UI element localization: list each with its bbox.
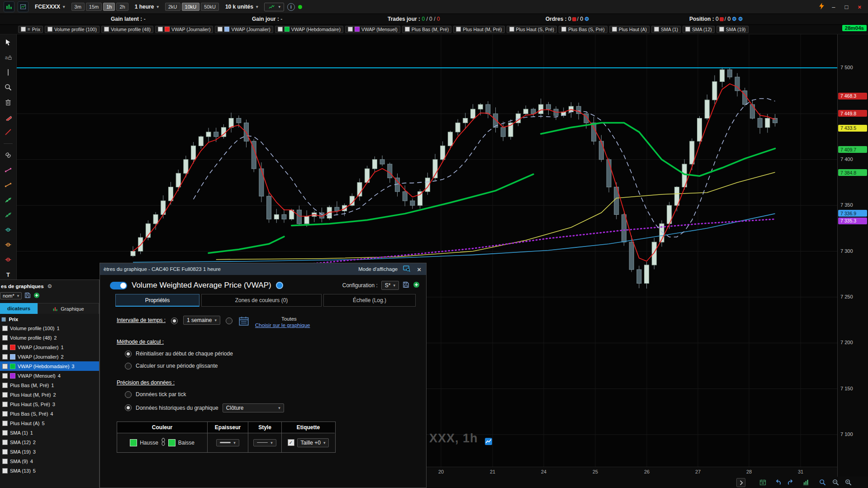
chip-checkbox[interactable] <box>654 27 659 32</box>
item-checkbox[interactable] <box>2 440 8 445</box>
interval-custom-radio[interactable] <box>226 317 232 324</box>
minimize-button[interactable]: – <box>829 4 838 10</box>
chip-checkbox[interactable] <box>685 27 690 32</box>
indicator-chip[interactable]: SMA (1) <box>651 26 681 33</box>
ray-tool-green[interactable] <box>4 211 12 218</box>
segment-tool-orange[interactable] <box>4 181 12 189</box>
link-colors-icon[interactable] <box>161 437 166 448</box>
info-icon[interactable]: i <box>287 3 295 11</box>
list-item[interactable]: SMA (13)5 <box>0 466 99 475</box>
quantity-button-2kU[interactable]: 2kU <box>165 3 180 11</box>
item-checkbox[interactable] <box>2 421 8 426</box>
precision-tick-radio[interactable] <box>125 391 132 398</box>
indicator-chip[interactable]: VWAP (Mensuel) <box>345 26 400 33</box>
indicator-chip[interactable]: Plus Haut (M, Pré) <box>453 26 504 33</box>
price-source-select[interactable]: Clôture▾ <box>223 403 284 412</box>
dialog-close-icon[interactable]: × <box>416 265 422 273</box>
interval-select[interactable]: 1 semaine▾ <box>183 316 220 325</box>
chip-checkbox[interactable] <box>21 27 26 32</box>
quantity-button-50kU[interactable]: 50kU <box>201 3 219 11</box>
auto-scale-button[interactable] <box>802 478 810 486</box>
indicator-chip[interactable]: Plus Bas (M, Pré) <box>402 26 451 33</box>
indicator-info-dot-icon[interactable] <box>276 282 283 289</box>
chip-checkbox[interactable] <box>561 27 566 32</box>
indicator-chip[interactable]: VWAP (Journalier) <box>155 26 213 33</box>
chip-checkbox[interactable] <box>612 27 617 32</box>
tab-indicateurs[interactable]: dicateurs <box>0 303 38 314</box>
list-item[interactable]: SMA (12)2 <box>0 437 99 447</box>
list-item[interactable]: VWAP (Journalier)1 <box>0 342 99 352</box>
indicator-chip[interactable]: ≡Prix <box>18 26 43 33</box>
timeframe-button-15m[interactable]: 15m <box>86 3 102 11</box>
chip-checkbox[interactable] <box>47 27 52 32</box>
quantity-select[interactable]: 10 k unités▾ <box>222 3 261 11</box>
hotkey-bolt-icon[interactable] <box>818 2 825 12</box>
link-tool[interactable] <box>4 152 12 159</box>
chip-checkbox[interactable] <box>158 27 163 32</box>
item-checkbox[interactable] <box>2 468 8 474</box>
list-item[interactable]: Plus Haut (A)5 <box>0 418 99 428</box>
method-reset-radio[interactable] <box>125 351 132 357</box>
item-checkbox[interactable] <box>2 354 8 360</box>
cursor-tool[interactable] <box>4 39 12 46</box>
template-name-select[interactable]: nom*▾ <box>0 292 22 299</box>
indicator-chip[interactable]: Volume profile (100) <box>45 26 100 33</box>
item-checkbox[interactable] <box>2 402 8 407</box>
item-checkbox[interactable] <box>2 449 8 455</box>
chart-style-select[interactable]: ▾ <box>264 3 284 11</box>
text-tool[interactable]: T <box>4 271 12 278</box>
tab-proprietes[interactable]: Propriétés <box>115 294 199 307</box>
orders-settings-gear-icon[interactable]: ⚙ <box>584 16 589 22</box>
chip-checkbox[interactable] <box>104 27 109 32</box>
list-item[interactable]: VWAP (Hebdomadaire)3 <box>0 361 99 371</box>
circle-line-tool-teal[interactable] <box>4 226 12 233</box>
list-item[interactable]: VWAP (Mensuel)4 <box>0 371 99 380</box>
calendar-icon[interactable] <box>238 316 250 328</box>
item-checkbox[interactable] <box>2 411 8 417</box>
down-color-swatch[interactable] <box>168 439 175 446</box>
undo-button[interactable] <box>774 478 782 486</box>
calendar-button[interactable] <box>759 478 767 486</box>
item-checkbox[interactable] <box>2 459 8 464</box>
interval-preset-radio[interactable] <box>171 317 178 324</box>
vertical-line-tool[interactable] <box>4 69 12 76</box>
chip-checkbox[interactable] <box>719 27 724 32</box>
label-size-select[interactable]: Taille +0▾ <box>297 438 329 447</box>
redo-button[interactable] <box>786 478 794 486</box>
close-button[interactable]: × <box>854 4 864 10</box>
timeframe-button-2h[interactable]: 2h <box>116 3 128 11</box>
price-axis[interactable]: 7 5007 4007 3507 3007 2507 2007 1507 100… <box>837 34 868 488</box>
item-checkbox[interactable] <box>2 392 8 398</box>
precision-historic-radio[interactable] <box>125 404 132 411</box>
quantity-button-10kU[interactable]: 10kU <box>182 3 200 11</box>
tab-zones-de-couleurs[interactable]: Zones de couleurs (0) <box>201 294 322 307</box>
list-item[interactable]: Plus Bas (M, Pré)1 <box>0 380 99 390</box>
indicator-chip[interactable]: VWAP (Journalier) <box>215 26 273 33</box>
circle-line-tool-red[interactable] <box>4 256 12 263</box>
indicator-enabled-toggle[interactable] <box>110 282 127 289</box>
item-checkbox[interactable] <box>2 364 8 369</box>
indicator-chip[interactable]: Plus Haut (A) <box>609 26 650 33</box>
tab-echelle-log[interactable]: Échelle (Log.) <box>323 294 416 307</box>
item-checkbox[interactable] <box>2 430 8 436</box>
list-item[interactable]: Volume profile (100)1 <box>0 323 99 333</box>
list-item[interactable]: Plus Haut (M, Pré)2 <box>0 390 99 399</box>
chip-checkbox[interactable] <box>509 27 514 32</box>
position-settings-gear-icon[interactable]: ⚙ <box>732 16 737 22</box>
zoom-select-button[interactable] <box>818 478 826 486</box>
chip-checkbox[interactable] <box>278 27 283 32</box>
zoom-out-button[interactable] <box>831 478 840 486</box>
tab-graphique[interactable]: Graphique <box>38 303 99 314</box>
polyline-tool-green[interactable] <box>4 196 12 204</box>
thickness-select[interactable]: ▾ <box>216 439 239 446</box>
chip-checkbox[interactable] <box>218 27 223 32</box>
indicator-chip[interactable]: VWAP (Hebdomadaire) <box>275 26 343 33</box>
chart-window-icon[interactable] <box>18 1 28 12</box>
list-item[interactable]: SMA (9)4 <box>0 456 99 466</box>
add-configuration-icon[interactable] <box>413 281 420 289</box>
chip-checkbox[interactable] <box>456 27 461 32</box>
chip-checkbox[interactable] <box>348 27 353 32</box>
measure-tool[interactable] <box>4 114 12 121</box>
list-item[interactable]: SMA (19)3 <box>0 447 99 456</box>
add-template-icon[interactable] <box>33 292 40 299</box>
